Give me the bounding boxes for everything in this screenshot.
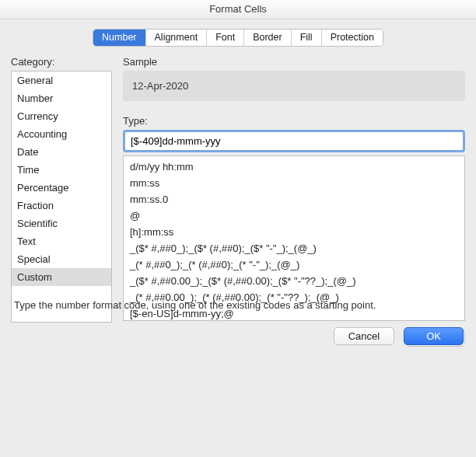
category-item-special[interactable]: Special [12, 250, 111, 268]
sample-label: Sample [123, 56, 465, 68]
sample-box: 12-Apr-2020 [123, 71, 465, 101]
tab-number[interactable]: Number [93, 30, 145, 46]
category-item-date[interactable]: Date [12, 143, 111, 161]
window-title: Format Cells [0, 0, 476, 19]
format-item[interactable]: @ [124, 208, 464, 224]
type-input[interactable] [126, 133, 462, 149]
format-item[interactable]: _(* #,##0_);_(* (#,##0);_(* "-"_);_(@_) [124, 256, 464, 273]
format-item[interactable]: d/m/yy hh:mm [124, 159, 464, 175]
category-item-text[interactable]: Text [12, 232, 111, 250]
category-item-custom[interactable]: Custom [12, 268, 111, 286]
category-item-time[interactable]: Time [12, 161, 111, 179]
ok-button[interactable]: OK [404, 327, 464, 345]
tab-alignment[interactable]: Alignment [146, 30, 208, 46]
hint-text: Type the number format code, using one o… [14, 299, 462, 311]
tab-protection[interactable]: Protection [322, 30, 383, 46]
category-item-accounting[interactable]: Accounting [12, 125, 111, 143]
format-item[interactable]: [h]:mm:ss [124, 224, 464, 240]
category-item-currency[interactable]: Currency [12, 107, 111, 125]
format-item[interactable]: _($* #,##0_);_($* (#,##0);_($* "-"_);_(@… [124, 240, 464, 256]
format-item[interactable]: mm:ss [124, 175, 464, 191]
category-label: Category: [11, 56, 112, 68]
type-input-wrap [123, 130, 465, 152]
tab-fill[interactable]: Fill [292, 30, 322, 46]
tab-font[interactable]: Font [207, 30, 244, 46]
tab-border[interactable]: Border [244, 30, 292, 46]
category-item-percentage[interactable]: Percentage [12, 179, 111, 197]
cancel-button[interactable]: Cancel [334, 327, 394, 345]
category-item-fraction[interactable]: Fraction [12, 197, 111, 215]
format-item[interactable]: mm:ss.0 [124, 191, 464, 208]
format-code-list[interactable]: d/m/yy hh:mmmm:ssmm:ss.0@[h]:mm:ss_($* #… [123, 155, 465, 321]
category-list[interactable]: GeneralNumberCurrencyAccountingDateTimeP… [11, 71, 112, 323]
category-item-general[interactable]: General [12, 72, 111, 89]
type-label: Type: [123, 115, 465, 127]
tab-bar: NumberAlignmentFontBorderFillProtection [11, 29, 465, 47]
category-item-number[interactable]: Number [12, 89, 111, 107]
format-item[interactable]: _($* #,##0.00_);_($* (#,##0.00);_($* "-"… [124, 273, 464, 289]
category-item-scientific[interactable]: Scientific [12, 215, 111, 232]
sample-value: 12-Apr-2020 [132, 80, 188, 92]
